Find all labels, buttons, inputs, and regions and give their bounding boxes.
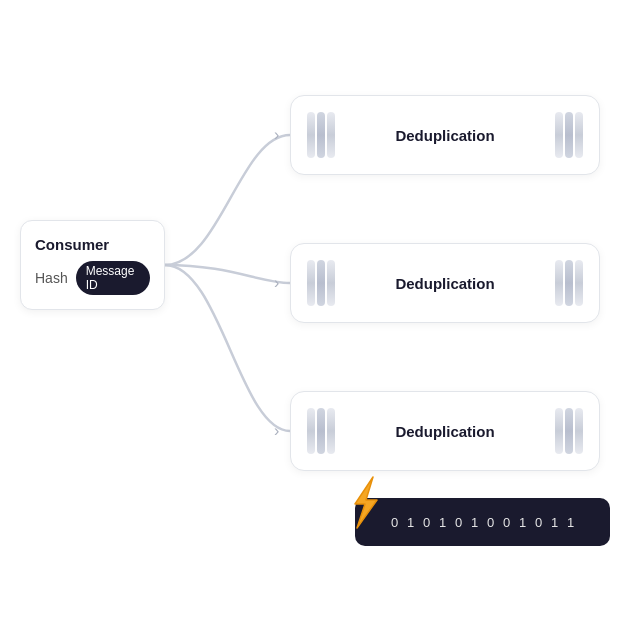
svg-text:›: › [274, 422, 279, 439]
drum-left-1 [307, 112, 335, 158]
consumer-label: Consumer [35, 236, 109, 253]
dedup-label-2: Deduplication [395, 275, 494, 292]
dedup-box-2: Deduplication [290, 243, 600, 323]
drum-right-3 [555, 408, 583, 454]
dedup-label-3: Deduplication [395, 423, 494, 440]
dedup-box-1: Deduplication [290, 95, 600, 175]
dedup-box-3: Deduplication [290, 391, 600, 471]
consumer-hash-row: Hash Message ID [35, 261, 150, 295]
svg-marker-3 [355, 477, 377, 528]
drum-left-2 [307, 260, 335, 306]
zap-icon [335, 472, 395, 532]
drum-left-3 [307, 408, 335, 454]
drum-right-2 [555, 260, 583, 306]
dedup-label-1: Deduplication [395, 127, 494, 144]
drum-right-1 [555, 112, 583, 158]
consumer-box: Consumer Hash Message ID [20, 220, 165, 310]
message-id-badge: Message ID [76, 261, 150, 295]
svg-text:›: › [274, 126, 279, 143]
hash-text: Hash [35, 270, 68, 286]
diagram-container: › › › Consumer Hash Message ID Deduplica… [0, 0, 640, 636]
svg-text:›: › [274, 274, 279, 291]
